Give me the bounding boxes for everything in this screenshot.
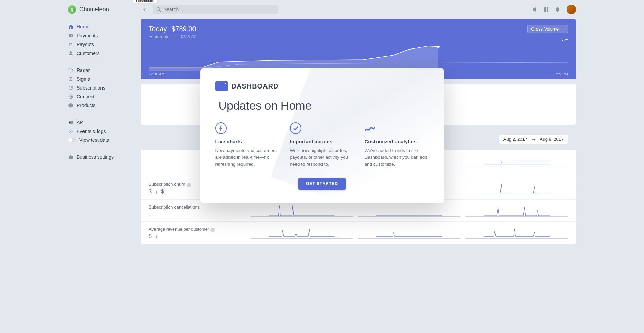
feature-body: We'll now highlight disputes, payouts, o… bbox=[290, 147, 354, 168]
svg-point-0 bbox=[157, 8, 160, 11]
wallet-icon bbox=[68, 33, 73, 38]
today-amount: $789.00 bbox=[171, 25, 196, 33]
svg-rect-13 bbox=[70, 155, 71, 156]
sidebar-item-payments[interactable]: Payments bbox=[68, 31, 132, 40]
metric-select-label: Gross Volume bbox=[531, 26, 559, 32]
search-icon bbox=[156, 7, 161, 12]
feature-body: We've added trends to the Dashboard, whi… bbox=[365, 147, 429, 168]
arrow-down-icon: ↓ bbox=[149, 211, 151, 216]
sidebar-item-label: API bbox=[77, 120, 85, 125]
get-started-button[interactable]: GET STARTED bbox=[298, 178, 346, 190]
onboarding-modal: DASHBOARD Updates on Home Live chartsNew… bbox=[200, 68, 444, 203]
sidebar-item-api[interactable]: API bbox=[68, 118, 132, 127]
sidebar-item-connect[interactable]: Connect bbox=[68, 92, 132, 101]
sidebar-item-label: Business settings bbox=[77, 154, 114, 160]
docs-icon[interactable] bbox=[544, 7, 549, 12]
sidebar-item-business-settings[interactable]: Business settings bbox=[68, 153, 132, 161]
info-icon[interactable]: i bbox=[210, 228, 215, 232]
hero-chart bbox=[149, 43, 568, 71]
date-from: Aug 2, 2017 bbox=[503, 137, 527, 142]
date-to: Aug 8, 2017 bbox=[540, 137, 564, 142]
metric-label: Subscription churn bbox=[149, 182, 185, 187]
avatar[interactable] bbox=[567, 5, 576, 14]
arrow-down-icon: ↓ bbox=[155, 234, 158, 239]
trend-line-icon bbox=[562, 38, 568, 41]
user-icon bbox=[68, 51, 73, 56]
arrow-right-icon: → bbox=[531, 137, 536, 142]
sidebar-item-label: Home bbox=[77, 24, 89, 30]
briefcase-icon bbox=[68, 154, 73, 160]
header-actions bbox=[532, 5, 576, 14]
svg-rect-12 bbox=[69, 156, 73, 159]
metric-value: $ bbox=[149, 189, 152, 195]
bell-icon[interactable] bbox=[555, 7, 560, 12]
sidebar-item-label: Connect bbox=[77, 94, 94, 99]
svg-point-11 bbox=[70, 131, 71, 132]
modal-logo: DASHBOARD bbox=[215, 81, 429, 91]
modal-logo-icon bbox=[215, 81, 228, 91]
sidebar-item-label: Products bbox=[77, 103, 95, 108]
sidebar-item-label: Customers bbox=[77, 51, 100, 56]
svg-line-1 bbox=[160, 11, 161, 12]
sidebar: HomePaymentsPayoutsCustomers RadarSigmaS… bbox=[68, 19, 132, 333]
sidebar-item-label: Subscriptions bbox=[77, 85, 105, 91]
brand-name: Chameleon bbox=[79, 6, 109, 13]
svg-point-4 bbox=[70, 51, 72, 53]
sidebar-item-radar[interactable]: Radar bbox=[68, 66, 132, 75]
sidebar-item-customers[interactable]: Customers bbox=[68, 49, 132, 58]
date-range-picker[interactable]: Aug 2, 2017 → Aug 8, 2017 bbox=[499, 134, 568, 144]
globe-icon bbox=[68, 94, 73, 99]
svg-rect-9 bbox=[69, 121, 73, 124]
chart-start-time: 12:00 AM bbox=[149, 72, 164, 76]
metric-compare: $ bbox=[161, 189, 164, 195]
feature-title: Customized analytics bbox=[365, 139, 429, 144]
announcement-icon[interactable] bbox=[532, 7, 537, 12]
sidebar-item-view-test-data[interactable]: View test data bbox=[68, 136, 132, 144]
chevron-down-icon[interactable] bbox=[173, 36, 176, 38]
terminal-icon bbox=[68, 120, 73, 125]
metric-label: Average revenue per customer bbox=[149, 227, 209, 232]
home-icon bbox=[68, 24, 73, 30]
wave-icon bbox=[365, 122, 376, 134]
sidebar-item-products[interactable]: Products bbox=[68, 101, 132, 110]
metric-value: $ bbox=[149, 233, 152, 239]
sidebar-item-payouts[interactable]: Payouts bbox=[68, 40, 132, 49]
sidebar-item-label: Payments bbox=[77, 33, 98, 38]
sidebar-item-sigma[interactable]: Sigma bbox=[68, 75, 132, 83]
yesterday-label: Yesterday bbox=[149, 34, 168, 39]
toggle-icon[interactable] bbox=[68, 138, 76, 142]
sidebar-item-events-logs[interactable]: Events & logs bbox=[68, 127, 132, 136]
feature-title: Live charts bbox=[215, 139, 280, 144]
svg-rect-3 bbox=[71, 35, 72, 36]
refresh-icon bbox=[68, 85, 73, 91]
chart-end-time: 11:59 PM bbox=[552, 72, 568, 76]
sidebar-item-label: Radar bbox=[77, 67, 90, 73]
metric-label: Subscription cancellations bbox=[149, 204, 200, 210]
sigma-icon bbox=[68, 76, 73, 82]
feature-title: Important actions bbox=[290, 139, 354, 144]
radar-icon bbox=[68, 67, 73, 73]
check-icon bbox=[290, 122, 301, 134]
arrow-down-icon: ↓ bbox=[155, 189, 158, 194]
info-icon[interactable]: i bbox=[187, 183, 191, 187]
metric-select[interactable]: Gross Volume bbox=[527, 25, 568, 33]
modal-title: Updates on Home bbox=[219, 99, 429, 112]
search-input[interactable] bbox=[164, 7, 274, 12]
metric-row: Subscription cancellations ↓ bbox=[141, 200, 576, 222]
account-dropdown[interactable]: Dashboard bbox=[140, 5, 149, 14]
dot-icon bbox=[68, 129, 73, 134]
sidebar-item-label: Events & logs bbox=[77, 129, 106, 134]
box-icon bbox=[68, 103, 73, 108]
feature-customized-analytics: Customized analyticsWe've added trends t… bbox=[365, 122, 429, 168]
sidebar-item-subscriptions[interactable]: Subscriptions bbox=[68, 83, 132, 92]
feature-important-actions: Important actionsWe'll now highlight dis… bbox=[290, 122, 354, 168]
account-tooltip: Dashboard bbox=[133, 0, 158, 4]
search-box[interactable] bbox=[153, 5, 278, 14]
sidebar-item-label: Sigma bbox=[77, 76, 90, 82]
brand-group: g Chameleon bbox=[68, 5, 136, 14]
sidebar-item-label: Payouts bbox=[77, 42, 94, 47]
svg-point-14 bbox=[437, 46, 440, 48]
header: g Chameleon Dashboard bbox=[68, 0, 576, 19]
chevron-down-icon[interactable] bbox=[140, 5, 149, 14]
sidebar-item-home[interactable]: Home bbox=[68, 22, 132, 31]
